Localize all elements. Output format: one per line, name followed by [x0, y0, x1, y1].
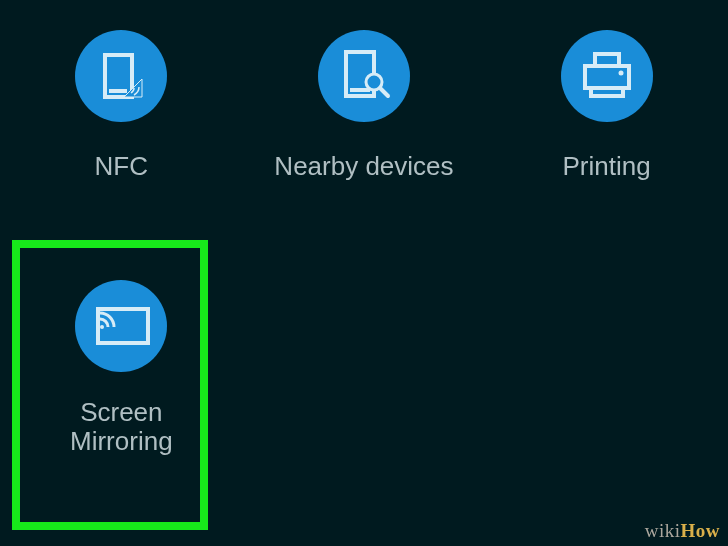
- nearby-devices-icon: [318, 30, 410, 122]
- svg-point-8: [100, 325, 104, 329]
- tile-nearby-devices[interactable]: Nearby devices: [243, 30, 486, 231]
- watermark-part2: How: [681, 520, 721, 541]
- tile-label: Printing: [563, 152, 651, 181]
- settings-row-2: Screen Mirroring: [0, 252, 728, 455]
- tile-printing[interactable]: Printing: [485, 30, 728, 231]
- watermark-part1: wiki: [645, 520, 681, 541]
- svg-point-6: [618, 71, 623, 76]
- nfc-icon: [75, 30, 167, 122]
- svg-rect-1: [350, 88, 370, 92]
- tile-label: Screen Mirroring: [70, 398, 173, 455]
- tile-screen-mirroring[interactable]: Screen Mirroring: [0, 252, 243, 455]
- tile-label: Nearby devices: [274, 152, 453, 181]
- svg-line-3: [380, 88, 388, 96]
- svg-rect-0: [109, 89, 127, 93]
- printing-icon: [561, 30, 653, 122]
- settings-row-1: NFC Nearby devices: [0, 0, 728, 231]
- tile-label: NFC: [95, 152, 148, 181]
- watermark: wikiHow: [645, 520, 720, 542]
- screen-mirroring-icon: [75, 280, 167, 372]
- tile-nfc[interactable]: NFC: [0, 30, 243, 231]
